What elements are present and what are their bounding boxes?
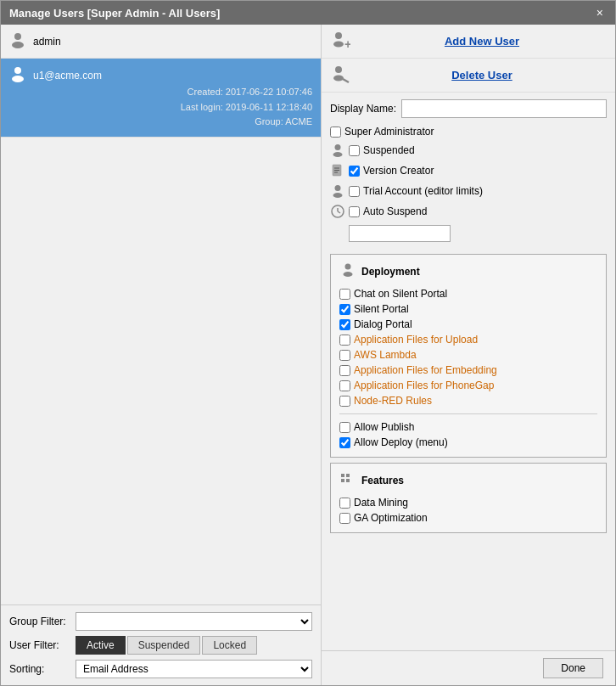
allow-publish-row: Allow Publish	[339, 419, 597, 435]
user-list: admin u1@acme.com	[1, 25, 321, 604]
user-item-admin[interactable]: admin	[1, 25, 321, 59]
super-admin-row: Super Administrator	[330, 125, 607, 138]
right-panel: + Add New User Delete User	[322, 25, 615, 685]
ga-optimization-label: GA Optimization	[354, 512, 428, 524]
app-files-phonegap-checkbox[interactable]	[339, 380, 350, 391]
version-creator-icon	[330, 163, 345, 178]
add-user-row: + Add New User	[322, 25, 615, 59]
deploy-dialog-portal-row: Dialog Portal	[339, 317, 597, 332]
add-user-button[interactable]: Add New User	[357, 35, 607, 48]
svg-line-9	[343, 79, 349, 82]
auto-suspend-input[interactable]	[349, 225, 451, 242]
svg-point-17	[333, 193, 343, 198]
svg-point-3	[12, 76, 24, 82]
aws-lambda-checkbox[interactable]	[339, 350, 350, 361]
super-admin-checkbox[interactable]	[330, 127, 341, 138]
svg-rect-24	[346, 474, 350, 477]
filter-suspended-button[interactable]: Suspended	[127, 636, 201, 655]
group-filter-label: Group Filter:	[9, 616, 70, 627]
manage-users-window: Manage Users [Super Admin - All Users] ×…	[0, 0, 616, 686]
filter-area: Group Filter: User Filter: Active Suspen…	[1, 604, 321, 685]
features-header: Features	[339, 470, 597, 490]
svg-rect-25	[341, 479, 344, 482]
user-name-u1: u1@acme.com	[33, 70, 102, 82]
dialog-portal-checkbox[interactable]	[339, 319, 350, 330]
version-creator-label: Version Creator	[363, 165, 434, 177]
user-item-u1[interactable]: u1@acme.com Created: 2017-06-22 10:07:46…	[1, 59, 321, 138]
data-mining-row: Data Mining	[339, 495, 597, 510]
trial-account-icon	[330, 183, 345, 199]
svg-point-0	[14, 33, 21, 40]
features-icon	[339, 470, 356, 490]
display-name-label: Display Name:	[330, 103, 396, 115]
delete-user-icon	[330, 64, 350, 87]
svg-point-5	[333, 42, 344, 48]
svg-text:+: +	[344, 37, 350, 50]
svg-point-7	[335, 66, 342, 73]
group-filter-select[interactable]	[76, 612, 312, 631]
suspended-checkbox[interactable]	[349, 145, 360, 156]
add-user-icon: +	[330, 30, 350, 53]
close-button[interactable]: ×	[593, 6, 607, 20]
deploy-silent-portal-row: Silent Portal	[339, 301, 597, 317]
auto-suspend-label: Auto Suspend	[363, 205, 427, 217]
chat-silent-portal-label: Chat on Silent Portal	[354, 288, 447, 300]
delete-user-button[interactable]: Delete User	[357, 69, 607, 82]
display-name-input[interactable]	[401, 99, 607, 118]
features-section: Features Data Mining GA Optimization	[330, 463, 607, 533]
svg-rect-26	[346, 479, 350, 482]
user-filter-label: User Filter:	[9, 639, 70, 651]
silent-portal-checkbox[interactable]	[339, 304, 350, 315]
suspended-icon	[330, 143, 345, 158]
window-title: Manage Users [Super Admin - All Users]	[9, 7, 220, 20]
svg-point-1	[12, 42, 24, 48]
svg-point-16	[335, 185, 341, 191]
deploy-node-red-row: Node-RED Rules	[339, 393, 597, 408]
auto-suspend-row: Auto Suspend	[330, 203, 607, 220]
ga-optimization-checkbox[interactable]	[339, 513, 350, 524]
deploy-app-files-upload-row: Application Files for Upload	[339, 332, 597, 347]
dialog-portal-label: Dialog Portal	[354, 318, 412, 330]
sorting-select[interactable]: Email Address	[76, 660, 312, 678]
suspended-label: Suspended	[363, 144, 415, 156]
svg-rect-23	[341, 474, 344, 477]
allow-deploy-label: Allow Deploy (menu)	[354, 436, 448, 448]
filter-active-button[interactable]: Active	[76, 636, 126, 655]
deployment-divider	[339, 413, 597, 414]
data-mining-checkbox[interactable]	[339, 498, 350, 509]
svg-point-4	[335, 32, 342, 39]
auto-suspend-input-row	[330, 223, 607, 242]
delete-user-row: Delete User	[322, 59, 615, 93]
deployment-header: Deployment	[339, 261, 597, 281]
allow-deploy-checkbox[interactable]	[339, 437, 350, 448]
app-files-upload-label: Application Files for Upload	[354, 334, 478, 346]
deployment-title: Deployment	[361, 266, 420, 278]
super-admin-label: Super Administrator	[344, 126, 434, 138]
sorting-label: Sorting:	[9, 663, 70, 675]
features-title: Features	[361, 475, 404, 486]
title-bar: Manage Users [Super Admin - All Users] ×	[1, 1, 615, 25]
ga-optimization-row: GA Optimization	[339, 510, 597, 526]
deploy-chat-silent-portal-row: Chat on Silent Portal	[339, 286, 597, 301]
svg-point-2	[14, 67, 21, 74]
app-files-upload-checkbox[interactable]	[339, 335, 350, 346]
spacer	[322, 538, 615, 650]
chat-silent-portal-checkbox[interactable]	[339, 289, 350, 300]
allow-publish-checkbox[interactable]	[339, 422, 350, 433]
trial-account-checkbox[interactable]	[349, 186, 360, 197]
svg-point-8	[333, 76, 344, 82]
done-button[interactable]: Done	[543, 658, 603, 678]
deployment-section: Deployment Chat on Silent Portal Silent …	[330, 254, 607, 458]
user-filter-row: User Filter: Active Suspended Locked	[9, 636, 312, 655]
app-files-embedding-checkbox[interactable]	[339, 365, 350, 376]
filter-locked-button[interactable]: Locked	[202, 636, 257, 655]
allow-deploy-row: Allow Deploy (menu)	[339, 435, 597, 450]
svg-point-22	[344, 272, 353, 277]
user-icon-u1	[9, 65, 26, 85]
version-creator-checkbox[interactable]	[349, 166, 360, 177]
svg-point-21	[345, 264, 351, 270]
allow-publish-label: Allow Publish	[354, 421, 414, 433]
group-filter-row: Group Filter:	[9, 612, 312, 631]
auto-suspend-checkbox[interactable]	[349, 206, 360, 217]
node-red-checkbox[interactable]	[339, 396, 350, 407]
